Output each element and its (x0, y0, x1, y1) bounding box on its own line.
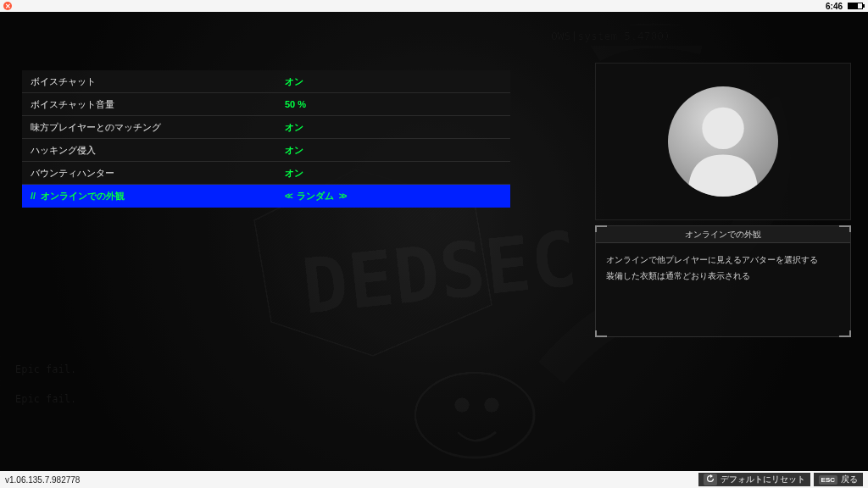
description-line: 装備した衣類は通常どおり表示される (606, 268, 840, 284)
description-box: オンラインでの外観 オンラインで他プレイヤーに見えるアバターを選択する 装備した… (595, 225, 851, 337)
bottom-bar: v1.06.135.7.982778 デフォルトにリセット ESC 戻る (0, 471, 868, 488)
selection-marker-icon: // (31, 191, 36, 201)
back-key-label: ESC (819, 475, 837, 485)
menu-row-value: <<ランダム>> (285, 190, 345, 202)
reset-key-icon (704, 474, 717, 485)
description-body: オンラインで他プレイヤーに見えるアバターを選択する 装備した衣類は通常どおり表示… (596, 243, 850, 336)
menu-row-5[interactable]: //オンラインでの外観<<ランダム>> (22, 185, 510, 208)
menu-row-2[interactable]: 味方プレイヤーとのマッチングオン (22, 116, 510, 139)
avatar-placeholder-icon (668, 86, 778, 197)
svg-point-5 (484, 397, 499, 413)
arrow-left-icon[interactable]: << (285, 191, 292, 201)
menu-row-3[interactable]: ハッキング侵入オン (22, 139, 510, 162)
svg-point-12 (702, 108, 743, 149)
settings-menu: ボイスチャットオンボイスチャット音量50 %味方プレイヤーとのマッチングオンハッ… (22, 70, 510, 208)
menu-row-0[interactable]: ボイスチャットオン (22, 70, 510, 93)
back-button-label: 戻る (841, 474, 858, 485)
description-line: オンラインで他プレイヤーに見えるアバターを選択する (606, 252, 840, 268)
arrow-right-icon[interactable]: >> (339, 191, 346, 201)
menu-row-value: 50 % (285, 99, 306, 109)
version-text: v1.06.135.7.982778 (5, 475, 80, 485)
menu-row-label: ボイスチャット (22, 75, 285, 88)
menu-row-value: オン (285, 144, 303, 157)
battery-icon (848, 3, 863, 9)
menu-row-label: //オンラインでの外観 (22, 190, 285, 202)
menu-row-value: オン (285, 75, 303, 88)
menu-row-value: オン (285, 121, 303, 134)
back-button[interactable]: ESC 戻る (814, 473, 863, 486)
svg-text:Epic fail.: Epic fail. (15, 363, 76, 375)
right-panel: オンラインでの外観 オンラインで他プレイヤーに見えるアバターを選択する 装備した… (595, 63, 851, 337)
reset-defaults-button[interactable]: デフォルトにリセット (698, 473, 810, 486)
svg-point-4 (454, 397, 470, 413)
menu-row-4[interactable]: バウンティハンターオン (22, 162, 510, 185)
svg-text:OWS|system 5.4700): OWS|system 5.4700) (551, 30, 670, 42)
menu-row-value: オン (285, 167, 303, 180)
reset-button-label: デフォルトにリセット (721, 474, 805, 485)
menu-row-label: バウンティハンター (22, 167, 285, 180)
menu-row-label: 味方プレイヤーとのマッチング (22, 121, 285, 134)
description-title: オンラインでの外観 (596, 226, 850, 243)
menu-row-label: ボイスチャット音量 (22, 98, 285, 111)
top-status-bar: ✕ 6:46 (0, 0, 868, 12)
menu-row-label: ハッキング侵入 (22, 144, 285, 157)
close-icon[interactable]: ✕ (3, 2, 12, 10)
clock: 6:46 (826, 2, 843, 11)
menu-row-1[interactable]: ボイスチャット音量50 % (22, 93, 510, 116)
svg-text:Epic fail.: Epic fail. (15, 393, 76, 405)
avatar-preview (595, 63, 851, 220)
